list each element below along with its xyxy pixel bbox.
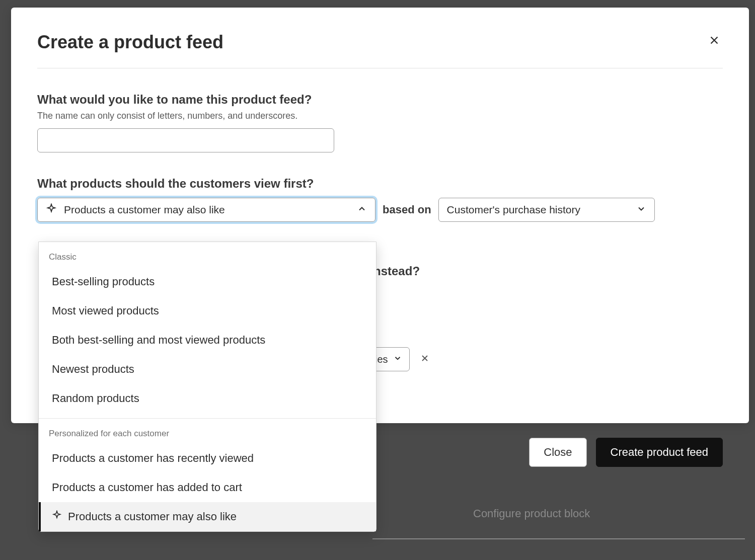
products-question-label: What products should the customers view …	[37, 177, 723, 191]
sparkle-icon	[52, 510, 62, 523]
modal-title: Create a product feed	[37, 32, 223, 53]
name-helper-text: The name can only consist of letters, nu…	[37, 111, 723, 121]
based-on-label: based on	[383, 203, 431, 216]
background-divider	[372, 538, 745, 539]
chevron-up-icon	[357, 204, 367, 216]
option-newest[interactable]: Newest products	[39, 355, 376, 384]
name-question-label: What would you like to name this product…	[37, 93, 723, 107]
option-most-viewed[interactable]: Most viewed products	[39, 296, 376, 326]
based-on-value: Customer's purchase history	[447, 204, 629, 216]
option-may-also-like[interactable]: Products a customer may also like	[39, 502, 376, 531]
option-recently-viewed[interactable]: Products a customer has recently viewed	[39, 444, 376, 473]
option-both[interactable]: Both best-selling and most viewed produc…	[39, 326, 376, 355]
chevron-down-icon	[393, 354, 402, 365]
option-random[interactable]: Random products	[39, 384, 376, 413]
modal-footer: Close Create product feed	[529, 438, 723, 467]
close-button[interactable]: Close	[529, 438, 586, 467]
dropdown-group-personalized: Personalized for each customer	[39, 419, 376, 444]
create-product-feed-button[interactable]: Create product feed	[596, 438, 723, 467]
option-added-to-cart[interactable]: Products a customer has added to cart	[39, 473, 376, 502]
feed-name-input[interactable]	[37, 128, 334, 152]
products-section: What products should the customers view …	[37, 177, 723, 222]
chevron-down-icon	[636, 204, 646, 216]
name-section: What would you like to name this product…	[37, 93, 723, 152]
close-icon[interactable]	[706, 32, 723, 51]
background-configure-label: Configure product block	[473, 507, 590, 520]
dropdown-group-classic: Classic	[39, 242, 376, 267]
sparkle-icon	[46, 203, 57, 216]
modal-header: Create a product feed	[37, 32, 723, 68]
based-on-dropdown[interactable]: Customer's purchase history	[438, 198, 655, 222]
product-type-dropdown[interactable]: Products a customer may also like	[37, 198, 375, 222]
option-may-also-like-label: Products a customer may also like	[68, 510, 237, 523]
option-best-selling[interactable]: Best-selling products	[39, 267, 376, 296]
product-type-value: Products a customer may also like	[64, 204, 350, 216]
product-type-listbox: Classic Best-selling products Most viewe…	[38, 242, 376, 532]
remove-filter-icon[interactable]	[420, 353, 430, 365]
